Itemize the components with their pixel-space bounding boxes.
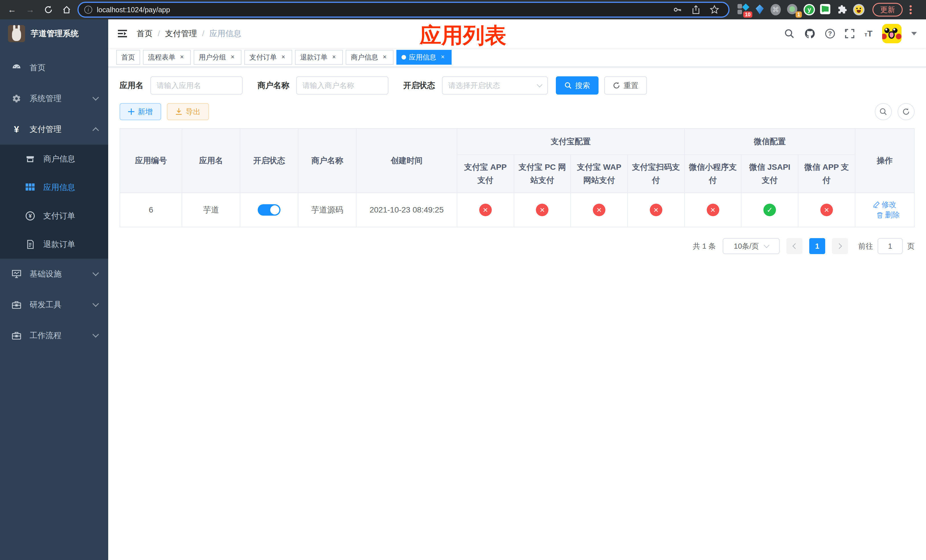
add-button[interactable]: 新增 [120, 103, 161, 120]
tab-home[interactable]: 首页 [116, 50, 140, 65]
sidebar-item-home[interactable]: 首页 [0, 52, 108, 83]
chevron-down-icon [764, 242, 769, 248]
extension-chat-icon[interactable] [820, 4, 831, 15]
close-icon[interactable]: × [178, 53, 186, 61]
wechat-app-status-icon [820, 204, 833, 216]
monitor-icon [11, 269, 22, 278]
password-key-icon[interactable] [673, 5, 682, 15]
github-icon[interactable] [804, 28, 816, 39]
fullscreen-icon[interactable] [844, 29, 855, 39]
prev-page-button[interactable] [787, 238, 802, 254]
tags-view-bar: 首页 流程表单× 用户分组× 支付订单× 退款订单× 商户信息× 应用信息× [108, 48, 926, 67]
sidebar-item-app-info[interactable]: 应用信息 [0, 173, 108, 202]
extensions-strip: 10 ⌘ 1 y [737, 4, 864, 15]
export-button[interactable]: 导出 [167, 103, 209, 120]
reset-button[interactable]: 重置 [604, 76, 647, 95]
extensions-puzzle-icon[interactable] [837, 4, 848, 15]
sidebar-item-pay-orders[interactable]: ¥ 支付订单 [0, 202, 108, 230]
page-size-select[interactable]: 10条/页 [723, 238, 780, 254]
font-size-icon[interactable]: тT [864, 29, 873, 38]
merchant-name-input[interactable] [296, 76, 388, 95]
close-icon[interactable]: × [229, 53, 236, 61]
chevron-down-icon [92, 301, 99, 307]
alipay-wap-status-icon [593, 204, 605, 216]
sidebar-item-workflow[interactable]: 工作流程 [0, 320, 108, 351]
sidebar-item-refund-orders[interactable]: 退款订单 [0, 230, 108, 259]
browser-menu-icon[interactable]: ••• [906, 5, 915, 15]
logo-rabbit-icon [8, 25, 25, 42]
search-button[interactable]: 搜索 [556, 76, 599, 95]
tab-process-form[interactable]: 流程表单× [143, 50, 191, 65]
app-name-input[interactable] [150, 76, 243, 95]
browser-forward-icon[interactable]: → [23, 2, 38, 17]
col-app-name: 应用名 [182, 129, 240, 193]
delete-link[interactable]: 删除 [876, 210, 900, 220]
gear-icon [11, 94, 22, 103]
status-select[interactable]: 请选择开启状态 [442, 76, 548, 95]
goto-page-input[interactable] [878, 238, 903, 254]
col-alipay-app: 支付宝 APP 支付 [457, 155, 514, 193]
address-bar[interactable]: i localhost:1024/pay/app [77, 2, 729, 18]
profile-avatar-icon[interactable] [853, 4, 864, 15]
page-info-icon[interactable]: i [84, 6, 92, 14]
close-icon[interactable]: × [330, 53, 338, 61]
tab-refund-orders[interactable]: 退款订单× [295, 50, 343, 65]
browser-reload-icon[interactable] [41, 2, 56, 17]
extension-kite-icon[interactable] [754, 4, 766, 15]
browser-back-icon[interactable]: ← [5, 2, 20, 17]
toolbox-icon [11, 331, 22, 340]
col-app-id: 应用编号 [120, 129, 182, 193]
sidebar-item-system[interactable]: 系统管理 [0, 83, 108, 114]
page-number[interactable]: 1 [809, 238, 825, 254]
tab-app-info[interactable]: 应用信息× [396, 50, 452, 65]
active-dot-icon [401, 55, 406, 59]
browser-home-icon[interactable] [59, 2, 74, 17]
show-search-icon[interactable] [875, 103, 892, 120]
page-title-annotation: 应用列表 [420, 21, 506, 50]
sidebar-item-merchant-info[interactable]: 商户信息 [0, 145, 108, 173]
user-avatar[interactable] [882, 24, 902, 43]
refresh-icon[interactable] [897, 103, 915, 120]
status-toggle[interactable] [258, 204, 280, 216]
sidebar-logo[interactable]: 芋道管理系统 [0, 20, 108, 48]
breadcrumb-payment[interactable]: 支付管理 [165, 28, 197, 39]
alipay-app-status-icon [479, 204, 492, 216]
cell-created: 2021-10-23 08:49:25 [356, 193, 457, 227]
chevron-down-icon [537, 82, 542, 88]
group-alipay-config: 支付宝配置 [457, 129, 684, 155]
goto-suffix: 页 [907, 241, 915, 251]
avatar-dropdown-icon[interactable] [911, 32, 917, 38]
tab-user-group[interactable]: 用户分组× [194, 50, 242, 65]
next-page-button[interactable] [832, 238, 848, 254]
tab-pay-orders[interactable]: 支付订单× [244, 50, 292, 65]
apps-table: 应用编号 应用名 开启状态 商户名称 创建时间 支付宝配置 微信配置 操作 支付… [120, 128, 915, 227]
close-icon[interactable]: × [280, 53, 287, 61]
extension-y-icon[interactable]: y [803, 4, 815, 15]
tab-merchant-info[interactable]: 商户信息× [346, 50, 393, 65]
cell-app-name: 芋道 [182, 193, 240, 227]
sidebar-item-infrastructure[interactable]: 基础设施 [0, 259, 108, 289]
help-icon[interactable]: ? [825, 29, 835, 38]
sidebar-fold-icon[interactable] [117, 29, 127, 38]
total-count: 共 1 条 [693, 241, 716, 251]
extension-recorder-icon[interactable]: 1 [787, 4, 799, 15]
extension-grid-icon[interactable]: 10 [737, 4, 749, 15]
breadcrumb-home[interactable]: 首页 [137, 28, 153, 39]
search-form: 应用名 商户名称 开启状态 请选择开启状态 搜索 重置 [120, 76, 915, 95]
url-text[interactable]: localhost:1024/pay/app [97, 6, 668, 14]
chrome-update-button[interactable]: 更新 [873, 3, 903, 17]
close-icon[interactable]: × [381, 53, 388, 61]
extension-command-icon[interactable]: ⌘ [770, 4, 782, 15]
close-icon[interactable]: × [439, 53, 446, 61]
search-icon[interactable] [784, 29, 794, 39]
col-status: 开启状态 [240, 129, 298, 193]
bookmark-star-icon[interactable] [710, 5, 719, 15]
page-content: 应用名 商户名称 开启状态 请选择开启状态 搜索 重置 [108, 67, 926, 560]
dashboard-icon [11, 63, 22, 73]
share-icon[interactable] [691, 5, 701, 15]
breadcrumb-current: 应用信息 [210, 28, 242, 39]
edit-link[interactable]: 修改 [873, 200, 896, 210]
sidebar-item-payment[interactable]: ¥ 支付管理 [0, 114, 108, 145]
breadcrumb: 首页 / 支付管理 / 应用信息 [137, 28, 242, 39]
sidebar-item-dev-tools[interactable]: 研发工具 [0, 289, 108, 320]
